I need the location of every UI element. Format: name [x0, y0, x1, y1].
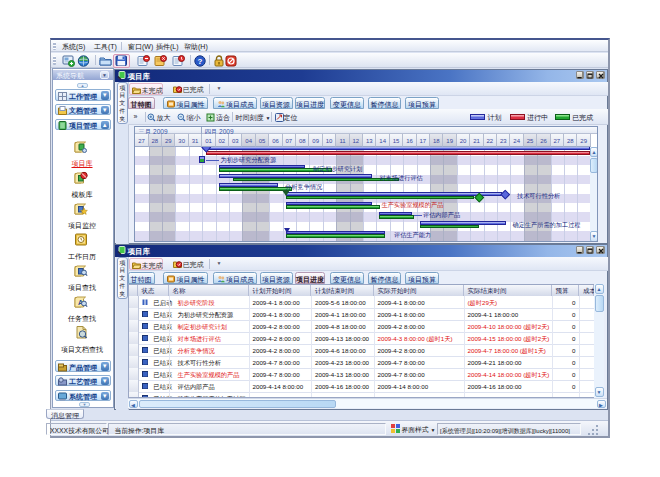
svg-text:?: ?	[197, 57, 202, 66]
